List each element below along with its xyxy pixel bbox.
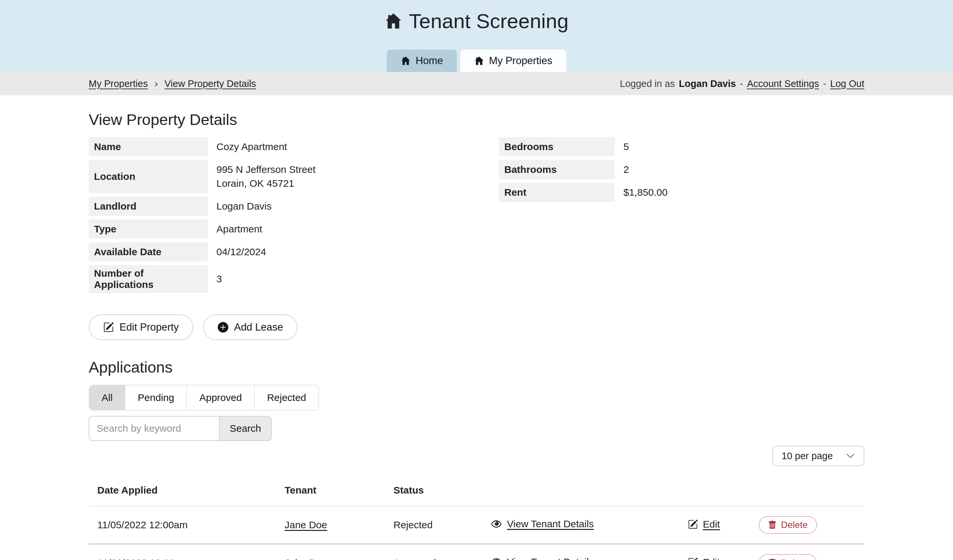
view-tenant-details-link[interactable]: View Tenant Details xyxy=(491,518,594,530)
edit-property-label: Edit Property xyxy=(120,321,178,333)
filter-approved[interactable]: Approved xyxy=(187,385,255,410)
tab-home-label: Home xyxy=(416,55,443,67)
filter-rejected[interactable]: Rejected xyxy=(255,385,318,410)
edit-icon xyxy=(688,519,698,529)
detail-value: 995 N Jefferson Street Lorain, OK 45721 xyxy=(208,160,324,193)
add-lease-button[interactable]: Add Lease xyxy=(203,314,298,340)
trash-icon xyxy=(768,521,777,529)
add-lease-label: Add Lease xyxy=(234,321,283,333)
detail-row: NameCozy Apartment xyxy=(88,137,499,156)
logged-in-user: Logan Davis xyxy=(679,78,736,89)
detail-label: Type xyxy=(88,220,208,239)
dash-separator: - xyxy=(740,78,743,89)
date-applied-cell: 10/30/2022 12:00am xyxy=(88,557,284,560)
breadcrumb-separator: › xyxy=(155,78,158,89)
filter-all[interactable]: All xyxy=(89,385,126,410)
detail-row: Bedrooms5 xyxy=(499,137,865,156)
house-icon xyxy=(474,56,484,66)
detail-value: 5 xyxy=(615,137,638,156)
filter-pending[interactable]: Pending xyxy=(126,385,187,410)
delete-label: Delete xyxy=(781,520,808,530)
eye-icon xyxy=(491,556,502,560)
breadcrumb-view-property-details[interactable]: View Property Details xyxy=(165,78,256,89)
dash-separator: - xyxy=(823,78,826,89)
detail-row: Available Date04/12/2024 xyxy=(88,242,499,261)
chevron-down-icon xyxy=(846,451,855,461)
house-icon xyxy=(401,56,411,66)
edit-property-button[interactable]: Edit Property xyxy=(88,314,193,340)
application-row: 10/30/2022 12:00am John Doe Approved Vie… xyxy=(88,545,865,560)
app-title: Tenant Screening xyxy=(409,9,569,33)
detail-row: Bathrooms2 xyxy=(499,160,865,179)
logged-in-prefix: Logged in as xyxy=(620,78,675,89)
delete-label: Delete xyxy=(781,558,808,560)
detail-value: Cozy Apartment xyxy=(208,137,295,156)
detail-label: Available Date xyxy=(88,242,208,261)
edit-icon xyxy=(688,557,698,560)
detail-value: 3 xyxy=(208,265,231,293)
page-title: View Property Details xyxy=(88,110,865,128)
tenant-link[interactable]: John Doe xyxy=(284,557,327,560)
per-page-select[interactable]: 10 per page xyxy=(772,446,865,466)
applications-table-body: 11/05/2022 12:00am Jane Doe Rejected Vie… xyxy=(88,506,865,560)
log-out-link[interactable]: Log Out xyxy=(830,78,865,89)
property-details-table: NameCozy ApartmentLocation995 N Jefferso… xyxy=(88,137,499,297)
property-stats-table: Bedrooms5Bathrooms2Rent$1,850.00 xyxy=(499,137,865,206)
status-cell: Approved xyxy=(393,557,491,560)
plus-circle-icon xyxy=(218,322,228,333)
delete-button[interactable]: Delete xyxy=(759,516,817,534)
per-page-value: 10 per page xyxy=(782,450,833,461)
detail-label: Number of Applications xyxy=(88,265,208,293)
detail-label: Bathrooms xyxy=(499,160,615,179)
detail-label: Name xyxy=(88,137,208,156)
account-settings-link[interactable]: Account Settings xyxy=(747,78,819,89)
date-applied-cell: 11/05/2022 12:00am xyxy=(88,519,284,531)
tab-my-properties[interactable]: My Properties xyxy=(460,50,566,72)
per-page-row: 10 per page xyxy=(88,446,865,466)
applications-heading: Applications xyxy=(88,358,865,376)
search-button[interactable]: Search xyxy=(219,416,271,440)
tenant-link[interactable]: Jane Doe xyxy=(284,519,327,530)
search-input[interactable] xyxy=(89,416,219,440)
main-content: View Property Details NameCozy Apartment… xyxy=(0,110,953,560)
detail-label: Bedrooms xyxy=(499,137,615,156)
breadcrumb: My Properties › View Property Details xyxy=(88,78,256,89)
eye-icon xyxy=(491,518,502,530)
application-row: 11/05/2022 12:00am Jane Doe Rejected Vie… xyxy=(88,506,865,545)
detail-row: Number of Applications3 xyxy=(88,265,499,293)
detail-value: 04/12/2024 xyxy=(208,242,275,261)
detail-row: TypeApartment xyxy=(88,220,499,239)
detail-value: 2 xyxy=(615,160,638,179)
applications-table-header: Date Applied Tenant Status xyxy=(88,476,865,506)
applications-table: Date Applied Tenant Status 11/05/2022 12… xyxy=(88,476,865,560)
edit-link[interactable]: Edit xyxy=(688,519,720,530)
detail-row: Rent$1,850.00 xyxy=(499,183,865,202)
property-details: NameCozy ApartmentLocation995 N Jefferso… xyxy=(88,137,865,297)
tab-home[interactable]: Home xyxy=(387,50,457,72)
delete-button[interactable]: Delete xyxy=(759,554,817,560)
app-title-wrap: Tenant Screening xyxy=(385,0,569,33)
detail-label: Landlord xyxy=(88,197,208,216)
detail-row: LandlordLogan Davis xyxy=(88,197,499,216)
detail-label: Location xyxy=(88,160,208,193)
status-filter-group: AllPendingApprovedRejected xyxy=(88,385,319,411)
trash-icon xyxy=(768,559,777,560)
header-date-applied: Date Applied xyxy=(88,485,284,496)
house-icon xyxy=(385,12,402,30)
tab-my-properties-label: My Properties xyxy=(489,55,552,67)
edit-link[interactable]: Edit xyxy=(688,557,720,560)
header-tenant: Tenant xyxy=(284,485,393,496)
status-cell: Rejected xyxy=(393,519,491,531)
main-nav: Home My Properties xyxy=(0,50,953,72)
header-status: Status xyxy=(393,485,491,496)
app-header: Tenant Screening Home My Properties xyxy=(0,0,953,72)
top-bar: My Properties › View Property Details Lo… xyxy=(0,72,953,95)
detail-label: Rent xyxy=(499,183,615,202)
view-tenant-details-link[interactable]: View Tenant Details xyxy=(491,556,594,560)
detail-value: Logan Davis xyxy=(208,197,280,216)
session-info: Logged in as Logan Davis - Account Setti… xyxy=(620,78,865,89)
detail-row: Location995 N Jefferson Street Lorain, O… xyxy=(88,160,499,193)
edit-icon xyxy=(103,322,114,333)
breadcrumb-my-properties[interactable]: My Properties xyxy=(88,78,148,89)
search-group: Search xyxy=(88,416,272,441)
